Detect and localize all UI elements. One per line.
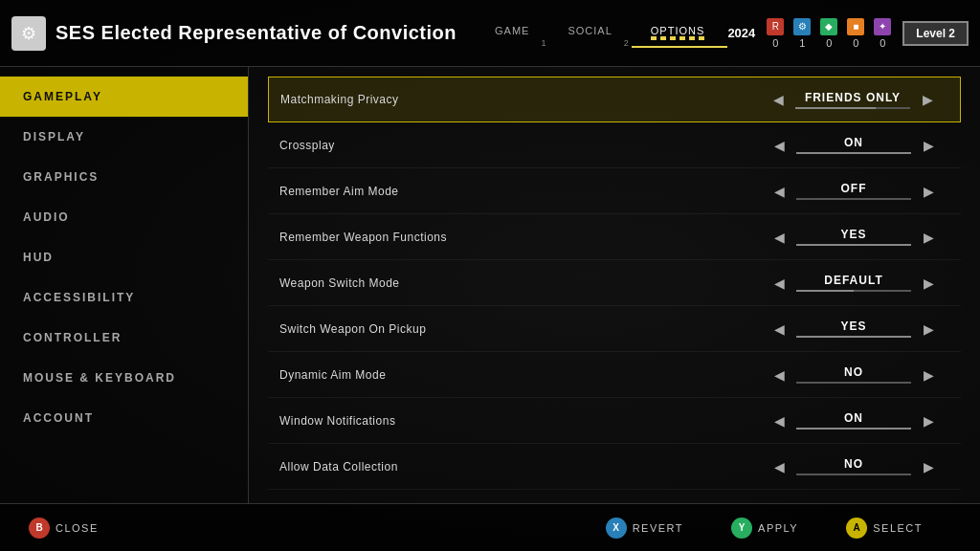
remember-weapon-value-wrapper: YES	[796, 228, 911, 246]
sidebar-item-audio[interactable]: AUDIO	[0, 197, 248, 237]
remember-weapon-left-arrow[interactable]: ◀	[769, 228, 789, 247]
window-notifs-value: ON	[796, 411, 911, 425]
matchmaking-control: ◀ FRIENDS ONLY ▶	[757, 90, 948, 109]
stat-r-val: 0	[772, 37, 778, 49]
top-bar: ⚙ SES Elected Representative of Convicti…	[0, 0, 980, 67]
matchmaking-value-wrapper: FRIENDS ONLY	[795, 91, 910, 109]
apply-label: APPLY	[758, 522, 798, 534]
year-display: 2024	[727, 26, 755, 40]
tab-social[interactable]: SOCIAL 2	[548, 19, 631, 48]
remember-aim-left-arrow[interactable]: ◀	[769, 182, 789, 201]
crossplay-value-wrapper: ON	[796, 136, 911, 154]
weapon-switch-bar	[796, 290, 911, 292]
dynamic-aim-value: NO	[796, 365, 911, 379]
stats-row: R 0 ⚙ 1 ◆ 0 ■ 0 ✦ 0	[767, 18, 891, 49]
matchmaking-bar	[795, 107, 910, 109]
dynamic-aim-control: ◀ NO ▶	[758, 365, 949, 385]
stat-square-icon: ■	[847, 18, 864, 35]
weapon-switch-value: DEFAULT	[796, 274, 911, 287]
dynamic-aim-bar	[796, 382, 911, 384]
top-right-stats: 2024 R 0 ⚙ 1 ◆ 0 ■ 0 ✦ 0 Level 2	[727, 18, 969, 49]
window-notifs-value-wrapper: ON	[796, 411, 911, 430]
weapon-switch-control: ◀ DEFAULT ▶	[758, 274, 949, 293]
level-badge: Level 2	[902, 21, 969, 46]
window-notifs-bar	[796, 428, 911, 430]
setting-window-notifs[interactable]: Window Notifications ◀ ON ▶	[268, 398, 961, 444]
stat-gear-icon: ⚙	[793, 18, 811, 35]
remember-aim-bar	[796, 198, 911, 200]
matchmaking-value: FRIENDS ONLY	[795, 91, 910, 104]
setting-crossplay[interactable]: Crossplay ◀ ON ▶	[268, 122, 961, 168]
data-collection-value-wrapper: NO	[796, 457, 911, 475]
sidebar-item-accessibility[interactable]: ACCESSIBILITY	[0, 277, 248, 318]
matchmaking-left-arrow[interactable]: ◀	[768, 90, 788, 109]
matchmaking-label: Matchmaking Privacy	[280, 93, 757, 106]
setting-data-collection[interactable]: Allow Data Collection ◀ NO ▶	[268, 444, 961, 490]
crossplay-left-arrow[interactable]: ◀	[769, 136, 789, 155]
weapon-switch-label: Weapon Switch Mode	[279, 276, 758, 290]
close-button[interactable]: B CLOSE	[29, 518, 99, 539]
sidebar-item-hud[interactable]: HUD	[0, 237, 248, 277]
sidebar-item-display[interactable]: DISPLAY	[0, 117, 248, 157]
close-label: CLOSE	[56, 522, 99, 534]
crossplay-control: ◀ ON ▶	[758, 136, 949, 155]
data-collection-label: Allow Data Collection	[279, 460, 758, 474]
remember-aim-right-arrow[interactable]: ▶	[919, 182, 938, 201]
select-button[interactable]: A SELECT	[846, 518, 923, 539]
sidebar-item-mouse-keyboard[interactable]: MOUSE & KEYBOARD	[0, 358, 248, 398]
remember-weapon-right-arrow[interactable]: ▶	[919, 228, 938, 247]
tab-options[interactable]: OPTIONS	[632, 19, 727, 48]
sidebar-item-controller[interactable]: CONTROLLER	[0, 318, 248, 358]
select-label: SELECT	[873, 522, 923, 534]
main-tabs: GAME 1 SOCIAL 2 OPTIONS	[476, 19, 727, 48]
switch-pickup-left-arrow[interactable]: ◀	[769, 320, 789, 339]
sidebar: GAMEPLAY DISPLAY GRAPHICS AUDIO HUD ACCE…	[0, 67, 249, 503]
a-button-icon: A	[846, 518, 867, 539]
data-collection-right-arrow[interactable]: ▶	[919, 457, 938, 476]
revert-button[interactable]: X REVERT	[606, 518, 683, 539]
remember-weapon-bar	[796, 244, 911, 246]
apply-button[interactable]: Y APPLY	[731, 518, 798, 539]
main-area: GAMEPLAY DISPLAY GRAPHICS AUDIO HUD ACCE…	[0, 67, 980, 503]
sidebar-item-gameplay[interactable]: GAMEPLAY	[0, 77, 248, 117]
crossplay-bar	[796, 152, 911, 154]
setting-remember-aim[interactable]: Remember Aim Mode ◀ OFF ▶	[268, 168, 961, 214]
window-notifs-right-arrow[interactable]: ▶	[919, 411, 938, 430]
stat-star-icon: ✦	[874, 18, 891, 35]
options-progress-bar	[651, 36, 708, 40]
settings-content: Matchmaking Privacy ◀ FRIENDS ONLY ▶ Cro…	[249, 67, 980, 503]
dynamic-aim-right-arrow[interactable]: ▶	[919, 365, 938, 385]
window-notifs-control: ◀ ON ▶	[758, 411, 949, 430]
switch-pickup-value-wrapper: YES	[796, 320, 911, 338]
setting-remember-weapon[interactable]: Remember Weapon Functions ◀ YES ▶	[268, 214, 961, 260]
stat-diamond-icon: ◆	[820, 18, 837, 35]
switch-pickup-control: ◀ YES ▶	[758, 320, 949, 339]
stat-gear-val: 1	[799, 37, 805, 49]
window-notifs-left-arrow[interactable]: ◀	[769, 411, 789, 430]
y-button-icon: Y	[731, 518, 752, 539]
sidebar-item-graphics[interactable]: GRAPHICS	[0, 157, 248, 197]
dynamic-aim-left-arrow[interactable]: ◀	[769, 365, 789, 385]
window-notifs-label: Window Notifications	[279, 414, 758, 428]
sidebar-item-account[interactable]: ACCOUNT	[0, 398, 248, 438]
game-title: SES Elected Representative of Conviction	[56, 22, 457, 44]
tab-game[interactable]: GAME 1	[476, 19, 548, 48]
weapon-switch-left-arrow[interactable]: ◀	[769, 274, 789, 293]
stat-r-icon: R	[767, 18, 784, 35]
setting-dynamic-aim[interactable]: Dynamic Aim Mode ◀ NO ▶	[268, 352, 961, 398]
stat-star-val: 0	[880, 37, 885, 49]
setting-switch-pickup[interactable]: Switch Weapon On Pickup ◀ YES ▶	[268, 306, 961, 352]
data-collection-left-arrow[interactable]: ◀	[769, 457, 789, 476]
bottom-right-buttons: X REVERT Y APPLY A SELECT	[606, 518, 951, 539]
crossplay-right-arrow[interactable]: ▶	[919, 136, 938, 155]
setting-weapon-switch[interactable]: Weapon Switch Mode ◀ DEFAULT ▶	[268, 260, 961, 306]
switch-pickup-bar	[796, 336, 911, 338]
weapon-switch-right-arrow[interactable]: ▶	[919, 274, 938, 293]
remember-aim-control: ◀ OFF ▶	[758, 182, 949, 201]
switch-pickup-right-arrow[interactable]: ▶	[919, 320, 938, 339]
setting-matchmaking-privacy[interactable]: Matchmaking Privacy ◀ FRIENDS ONLY ▶	[268, 77, 961, 122]
stat-r: R 0	[767, 18, 784, 49]
remember-weapon-label: Remember Weapon Functions	[279, 231, 758, 244]
data-collection-value: NO	[796, 457, 911, 471]
matchmaking-right-arrow[interactable]: ▶	[918, 90, 937, 109]
